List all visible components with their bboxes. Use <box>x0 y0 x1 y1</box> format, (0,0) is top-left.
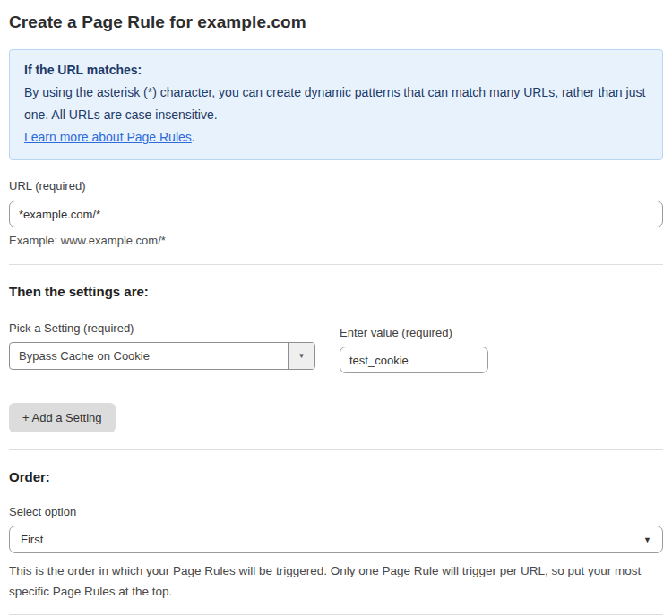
url-input[interactable] <box>9 201 663 227</box>
setting-select[interactable]: Bypass Cache on Cookie ▼ <box>9 342 315 370</box>
order-select[interactable]: First ▼ <box>9 526 663 553</box>
settings-section-heading: Then the settings are: <box>9 284 663 299</box>
divider <box>9 614 663 615</box>
setting-select-value: Bypass Cache on Cookie <box>10 343 288 369</box>
chevron-down-icon[interactable]: ▼ <box>288 343 314 369</box>
order-section-heading: Order: <box>9 469 663 484</box>
link-suffix: . <box>192 130 195 144</box>
order-helper-text: This is the order in which your Page Rul… <box>9 560 663 602</box>
url-helper-text: Example: www.example.com/* <box>9 234 663 247</box>
info-box-heading: If the URL matches: <box>24 59 648 81</box>
info-box-link-line: Learn more about Page Rules. <box>24 126 648 149</box>
setting-value-label: Enter value (required) <box>340 326 488 339</box>
info-box-body-text: By using the asterisk (*) character, you… <box>24 85 645 122</box>
divider <box>9 264 663 265</box>
url-field-label: URL (required) <box>9 179 663 192</box>
page-title: Create a Page Rule for example.com <box>9 13 663 32</box>
url-match-info-box: If the URL matches: By using the asteris… <box>9 49 663 160</box>
setting-picker-column: Pick a Setting (required) Bypass Cache o… <box>9 321 315 370</box>
settings-row: Pick a Setting (required) Bypass Cache o… <box>9 321 663 373</box>
learn-more-link[interactable]: Learn more about Page Rules <box>24 130 192 144</box>
order-select-label: Select option <box>9 505 663 518</box>
setting-value-input[interactable] <box>340 346 488 373</box>
setting-value-column: Enter value (required) <box>340 321 488 373</box>
info-box-body: By using the asterisk (*) character, you… <box>24 81 648 126</box>
chevron-down-icon: ▼ <box>643 535 651 544</box>
divider <box>9 449 663 450</box>
setting-picker-label: Pick a Setting (required) <box>9 321 315 335</box>
add-setting-button[interactable]: + Add a Setting <box>9 403 116 432</box>
order-select-value: First <box>21 533 43 546</box>
